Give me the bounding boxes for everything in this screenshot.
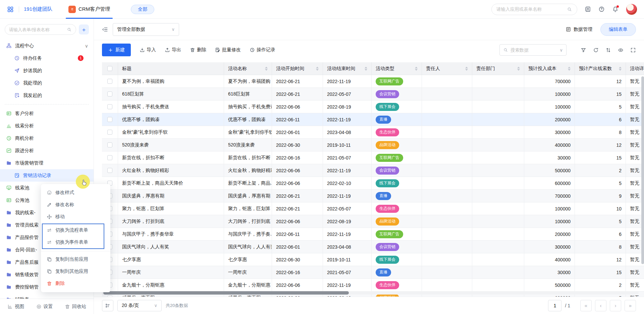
row-checkbox[interactable] bbox=[107, 91, 112, 97]
create-button[interactable]: 新建 bbox=[102, 44, 131, 56]
menu-item-切换为事件表单[interactable]: 切换为事件表单 bbox=[43, 236, 104, 248]
table-row[interactable]: 大刀阔斧，打折到底大刀阔斧，打折到底2022-06-062022-08-19品牌… bbox=[102, 215, 644, 228]
toolbar-导入[interactable]: 导入 bbox=[140, 47, 156, 53]
address-book-icon[interactable] bbox=[585, 6, 591, 12]
table-row[interactable]: 618巨划算618巨划算2022-06-212022-05-07会议营销1000… bbox=[102, 88, 644, 101]
header-end[interactable]: 活动结束时间 bbox=[323, 62, 372, 75]
toolbar-批量修改[interactable]: 批量修改 bbox=[215, 47, 241, 53]
sidebar-item-抄送我的[interactable]: 抄送我的 bbox=[0, 64, 94, 77]
sort-icon[interactable] bbox=[263, 67, 268, 71]
table-row[interactable]: 火红金秋，购物好精彩火红金秋，购物好精彩2022-06-062022-11-19… bbox=[102, 164, 644, 177]
form-search-input[interactable] bbox=[9, 27, 65, 32]
row-checkbox[interactable] bbox=[107, 130, 112, 135]
sort-icon[interactable] bbox=[463, 67, 468, 71]
refresh-icon[interactable] bbox=[593, 47, 599, 53]
select-all-checkbox[interactable] bbox=[107, 66, 112, 71]
global-search-input[interactable] bbox=[496, 7, 564, 12]
next-page-button[interactable]: › bbox=[610, 300, 621, 311]
menu-item-删除[interactable]: 删除 bbox=[41, 277, 110, 290]
page-number-input[interactable] bbox=[548, 300, 561, 311]
footer-设置[interactable]: 设置 bbox=[36, 304, 53, 310]
table-row[interactable]: 聚力，钜惠，巨划算聚力，钜惠，巨划算2022-06-212022-05-07生态… bbox=[102, 202, 644, 215]
sidebar-item-跟进分析[interactable]: 跟进分析 bbox=[0, 144, 94, 157]
table-row[interactable]: 国庆盛典，厚惠有期国庆盛典，厚惠有期2022-06-212022-11-19直播… bbox=[102, 190, 644, 202]
toolbar-操作记录[interactable]: 操作记录 bbox=[250, 47, 275, 53]
sidebar-item-我发起的[interactable]: 我发起的 bbox=[0, 89, 94, 102]
menu-item-切换为流程表单[interactable]: 切换为流程表单 bbox=[43, 224, 104, 236]
header-leads[interactable]: 预计产出线索数 bbox=[575, 62, 626, 75]
footer-回收站[interactable]: 回收站 bbox=[65, 304, 86, 310]
table-row[interactable]: 国庆气球向，人人有奖国庆气球向，人人有奖2022-06-012023-04-08… bbox=[102, 241, 644, 253]
table-row[interactable]: 夏不为例，幸福团购夏不为例，幸福团购2022-06-212022-11-19互联… bbox=[102, 75, 644, 88]
toolbar-删除[interactable]: 删除 bbox=[190, 47, 206, 53]
tab-crm-app[interactable]: CRM客户管理 bbox=[66, 0, 113, 19]
sort-icon[interactable] bbox=[515, 67, 520, 71]
sort-icon[interactable] bbox=[617, 67, 622, 71]
toolbar-导出[interactable]: 导出 bbox=[165, 47, 181, 53]
table-row[interactable]: 优惠不够，团购凑优惠不够，团购凑2022-06-112022-11-19直播20… bbox=[102, 113, 644, 126]
sortud-icon[interactable] bbox=[605, 47, 611, 53]
row-checkbox[interactable] bbox=[107, 168, 112, 173]
app-launcher-icon[interactable] bbox=[7, 6, 14, 13]
page-size-select[interactable]: 20 条/页 ∨ bbox=[117, 300, 162, 311]
avatar[interactable] bbox=[626, 4, 637, 15]
menu-item-复制到其他应用[interactable]: 复制到其他应用 bbox=[41, 265, 110, 277]
sort-icon[interactable] bbox=[314, 67, 319, 71]
menu-item-修改样式[interactable]: 修改样式 bbox=[41, 187, 110, 199]
table-row[interactable]: 金秋"豪"礼拿到你手软金秋"豪"礼拿到你手软2022-06-012023-04-… bbox=[102, 126, 644, 139]
prev-page-button[interactable]: ‹ bbox=[595, 300, 606, 311]
sidebar-item-待办任务[interactable]: 待办任务1 bbox=[0, 52, 94, 64]
footer-视图[interactable]: 视图 bbox=[7, 304, 24, 310]
data-scope-select[interactable]: 管理全部数据 ∨ bbox=[113, 23, 179, 36]
menu-item-修改名称[interactable]: 修改名称 bbox=[41, 199, 110, 211]
scrollbar-thumb[interactable] bbox=[103, 291, 349, 295]
table-row[interactable]: 新货在线，折扣不断新货在线，折扣不断2022-06-162021-05-07互联… bbox=[102, 151, 644, 164]
form-search[interactable] bbox=[5, 24, 76, 35]
header-type[interactable]: 活动类型 bbox=[372, 62, 422, 75]
row-checkbox[interactable] bbox=[107, 142, 112, 147]
horizontal-scrollbar[interactable] bbox=[102, 291, 639, 295]
global-search[interactable] bbox=[491, 4, 577, 15]
row-checkbox[interactable] bbox=[107, 155, 112, 160]
scope-badge[interactable]: 全部 bbox=[131, 5, 154, 14]
sidebar-item-线索分析[interactable]: 线索分析 bbox=[0, 120, 94, 132]
table-row[interactable]: 七夕享惠七夕享惠2022-06-302019-10-11线下展会40000012… bbox=[102, 253, 644, 266]
header-dept[interactable]: 责任部门 bbox=[472, 62, 524, 75]
row-checkbox[interactable] bbox=[107, 117, 112, 122]
edit-form-button[interactable]: 编辑表单 bbox=[600, 23, 636, 36]
sidebar-item-我处理的[interactable]: 我处理的 bbox=[0, 77, 94, 89]
sidebar-item-客户分析[interactable]: 客户分析 bbox=[0, 107, 94, 120]
last-page-button[interactable]: » bbox=[625, 300, 636, 311]
collapse-sidebar-icon[interactable] bbox=[102, 26, 108, 33]
header-name[interactable]: 活动名称 bbox=[224, 62, 272, 75]
sidebar-item-市场营销管理[interactable]: 市场营销管理 bbox=[0, 157, 94, 169]
table-row[interactable]: 520浪漫来袭520浪漫来袭2022-06-302019-10-11品牌活动40… bbox=[102, 139, 644, 151]
sidebar-item-商机分析[interactable]: 商机分析 bbox=[0, 132, 94, 144]
table-row[interactable]: 与国庆甲子，携手奏华章与国庆甲子，携手奏...2022-06-112022-11… bbox=[102, 228, 644, 241]
column-settings-button[interactable] bbox=[102, 300, 113, 311]
table-search-input[interactable] bbox=[511, 48, 557, 53]
first-page-button[interactable]: « bbox=[580, 300, 592, 311]
help-icon[interactable] bbox=[598, 6, 605, 12]
bell-icon[interactable] bbox=[612, 6, 619, 12]
sort-icon[interactable] bbox=[413, 67, 418, 71]
header-owner[interactable]: 责任人 bbox=[422, 62, 472, 75]
table-row[interactable]: 新货不断上架，商品天天降价新货不断上架，商品...2022-06-062022-… bbox=[102, 177, 644, 190]
table-row[interactable]: 金九银十，分期钜惠金九银十，分期钜惠2022-06-062022-11-19生态… bbox=[102, 279, 644, 292]
fullscreen-icon[interactable] bbox=[630, 47, 636, 53]
data-manage-button[interactable]: 数据管理 bbox=[566, 26, 592, 33]
menu-item-移动[interactable]: 移动 bbox=[41, 211, 110, 223]
sort-icon[interactable] bbox=[363, 67, 367, 71]
chevron-down-icon[interactable]: ∨ bbox=[85, 43, 88, 49]
sidebar-item-流程中心[interactable]: 流程中心∨ bbox=[0, 40, 94, 52]
header-start[interactable]: 活动开始时间 bbox=[272, 62, 323, 75]
row-checkbox[interactable] bbox=[107, 295, 112, 297]
vertical-scrollbar[interactable] bbox=[641, 76, 644, 264]
row-checkbox[interactable] bbox=[107, 79, 112, 84]
sort-icon[interactable] bbox=[566, 67, 571, 71]
row-checkbox[interactable] bbox=[107, 104, 112, 109]
team-name-link[interactable]: 191创建团队 bbox=[24, 6, 52, 12]
header-cost[interactable]: 预计投入成本 bbox=[524, 62, 575, 75]
filter-icon[interactable] bbox=[581, 47, 586, 53]
table-row[interactable]: 一周年庆一周年庆2022-06-162021-05-07直播3000015暂无 bbox=[102, 266, 644, 279]
